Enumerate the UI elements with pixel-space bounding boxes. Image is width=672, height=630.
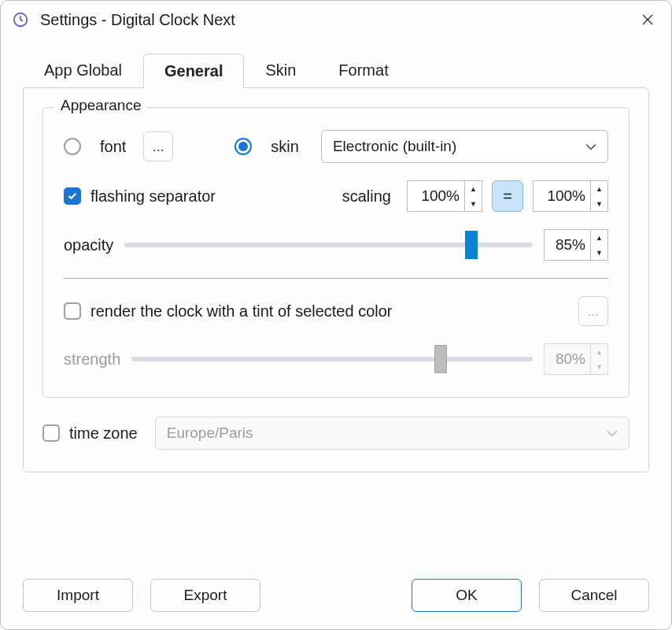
font-radio[interactable] [64, 138, 81, 155]
strength-label: strength [64, 350, 120, 369]
appearance-group-label: Appearance [54, 97, 147, 114]
strength-value: 80% [545, 344, 590, 374]
timezone-select-value: Europe/Paris [167, 424, 253, 442]
opacity-label: opacity [64, 236, 113, 254]
chevron-down-icon [585, 138, 596, 155]
tabstrip: App Global General Skin Format [23, 53, 649, 87]
opacity-up[interactable]: ▲ [591, 230, 607, 245]
skin-select[interactable]: Electronic (built-in) [321, 130, 608, 163]
scaling-h-spin[interactable]: 100% ▲ ▼ [407, 180, 482, 212]
opacity-value: 85% [545, 230, 590, 260]
timezone-select: Europe/Paris [155, 417, 630, 450]
scaling-v-spin[interactable]: 100% ▲ ▼ [533, 180, 608, 212]
scaling-label: scaling [342, 187, 391, 206]
chevron-down-icon [607, 424, 618, 442]
scaling-h-down[interactable]: ▼ [465, 196, 482, 211]
font-radio-label: font [100, 138, 126, 156]
clock-icon [12, 11, 29, 28]
strength-down: ▼ [591, 359, 607, 374]
timezone-checkbox[interactable] [42, 424, 60, 442]
window-title: Settings - Digital Clock Next [40, 11, 632, 29]
tab-format[interactable]: Format [317, 53, 409, 87]
scaling-h-value: 100% [408, 181, 464, 211]
skin-select-value: Electronic (built-in) [333, 138, 456, 155]
tint-color-label: render the clock with a tint of selected… [90, 302, 393, 321]
strength-slider [131, 357, 533, 361]
import-button[interactable]: Import [23, 579, 133, 612]
general-pane: Appearance font ... skin Electronic (bui… [23, 87, 649, 472]
opacity-slider-thumb[interactable] [465, 231, 478, 259]
close-button[interactable] [632, 4, 663, 35]
opacity-down[interactable]: ▼ [591, 245, 607, 260]
strength-slider-thumb [434, 345, 447, 373]
tint-color-checkbox[interactable] [64, 302, 81, 320]
titlebar: Settings - Digital Clock Next [1, 1, 671, 39]
ok-button[interactable]: OK [412, 579, 522, 612]
client-area: App Global General Skin Format Appearanc… [1, 39, 671, 629]
scaling-v-down[interactable]: ▼ [591, 196, 607, 211]
skin-radio[interactable] [234, 138, 252, 155]
scaling-h-up[interactable]: ▲ [465, 181, 482, 196]
tint-color-pick-button[interactable]: ... [578, 296, 608, 326]
skin-radio-label: skin [271, 138, 299, 156]
settings-window: Settings - Digital Clock Next App Global… [0, 0, 672, 630]
opacity-spin[interactable]: 85% ▲ ▼ [544, 229, 608, 261]
tab-skin[interactable]: Skin [244, 53, 317, 87]
opacity-slider[interactable] [124, 243, 533, 247]
font-select-button[interactable]: ... [143, 132, 173, 161]
strength-up: ▲ [591, 344, 607, 359]
timezone-label: time zone [69, 424, 138, 443]
scaling-link-button[interactable]: = [492, 180, 523, 212]
export-button[interactable]: Export [150, 579, 260, 612]
footer: Import Export OK Cancel [23, 568, 649, 612]
tab-app-global[interactable]: App Global [23, 53, 143, 87]
tab-general[interactable]: General [143, 54, 244, 88]
scaling-v-value: 100% [534, 181, 590, 211]
scaling-v-up[interactable]: ▲ [591, 181, 607, 196]
appearance-group: Appearance font ... skin Electronic (bui… [42, 107, 630, 398]
strength-spin: 80% ▲ ▼ [544, 343, 608, 375]
flashing-separator-label: flashing separator [90, 187, 216, 206]
divider [64, 278, 608, 279]
cancel-button[interactable]: Cancel [539, 579, 649, 612]
flashing-separator-checkbox[interactable] [64, 187, 81, 205]
